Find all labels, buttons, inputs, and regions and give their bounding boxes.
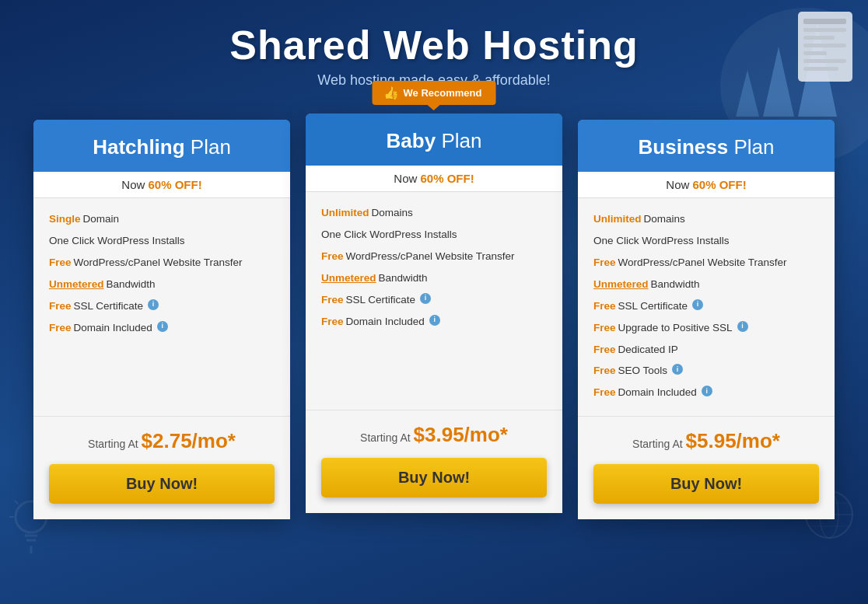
feature-item: Single Domain <box>49 212 275 227</box>
feature-text: Domain Included <box>346 315 425 330</box>
feature-highlight: Free <box>49 299 72 314</box>
discount-bar-baby: Now 60% OFF! <box>306 166 562 192</box>
info-icon[interactable]: i <box>157 321 168 332</box>
feature-item: Unlimited Domains <box>321 206 547 221</box>
info-icon[interactable]: i <box>672 364 683 375</box>
feature-item: Free Dedicated IP <box>593 343 819 358</box>
plan-footer-business: Starting At $5.95/mo* Buy Now! <box>578 416 835 519</box>
plan-name-bold: Hatchling <box>93 135 184 159</box>
page-title: Shared Web Hosting <box>31 23 837 68</box>
feature-highlight: Unmetered <box>321 271 376 286</box>
feature-item: Unmetered Bandwidth <box>49 278 275 292</box>
feature-text: One Click WordPress Installs <box>593 234 730 249</box>
info-icon[interactable]: i <box>420 293 431 304</box>
feature-item: Free WordPress/cPanel Website Transfer <box>321 250 547 264</box>
buy-button-baby[interactable]: Buy Now! <box>321 458 547 498</box>
feature-highlight: Free <box>593 386 616 400</box>
plan-footer-baby: Starting At $3.95/mo* Buy Now! <box>306 410 562 513</box>
feature-text: SSL Certificate <box>618 299 688 314</box>
plan-name-baby: Baby Plan <box>317 129 551 153</box>
feature-text: Domain <box>83 212 120 227</box>
feature-text: Domains <box>644 212 685 227</box>
starting-at-business: Starting At $5.95/mo* <box>593 429 819 453</box>
feature-highlight: Free <box>49 256 72 271</box>
feature-item: Free Domain Includedi <box>49 321 275 336</box>
plans-container: Hatchling Plan Now 60% OFF! Single Domai… <box>31 112 837 519</box>
feature-item: Free SSL Certificatei <box>321 293 547 308</box>
info-icon[interactable]: i <box>692 299 703 310</box>
feature-item: Unmetered Bandwidth <box>593 278 819 292</box>
feature-item: Free SSL Certificatei <box>49 299 275 314</box>
feature-item: Free Domain Includedi <box>593 386 819 400</box>
feature-item: One Click WordPress Installs <box>49 234 275 249</box>
info-icon[interactable]: i <box>702 386 712 396</box>
feature-highlight: Single <box>49 212 81 227</box>
feature-highlight: Free <box>593 299 616 314</box>
feature-item: One Click WordPress Installs <box>321 228 547 243</box>
feature-item: Unlimited Domains <box>593 212 819 227</box>
info-icon[interactable]: i <box>429 315 440 326</box>
plan-card-business: Business Plan Now 60% OFF! Unlimited Dom… <box>578 120 835 519</box>
feature-text: WordPress/cPanel Website Transfer <box>618 256 787 271</box>
plan-header-baby: Baby Plan <box>306 113 562 166</box>
plan-name-bold: Business <box>639 135 729 159</box>
info-icon[interactable]: i <box>737 321 748 332</box>
buy-button-hatchling[interactable]: Buy Now! <box>49 464 275 504</box>
feature-text: SEO Tools <box>618 364 668 379</box>
discount-highlight: 60% OFF! <box>693 178 747 191</box>
plan-features-business: Unlimited DomainsOne Click WordPress Ins… <box>578 198 835 416</box>
feature-highlight: Free <box>321 293 344 308</box>
feature-highlight: Unlimited <box>321 206 369 221</box>
price-hatchling: $2.75/mo* <box>142 429 236 452</box>
feature-item: Free SEO Toolsi <box>593 364 819 379</box>
page-header: Shared Web Hosting Web hosting made easy… <box>31 23 837 89</box>
buy-button-business[interactable]: Buy Now! <box>593 464 819 504</box>
feature-highlight: Free <box>321 315 344 330</box>
feature-text: Domain Included <box>618 386 697 400</box>
plan-header-business: Business Plan <box>578 120 835 172</box>
feature-highlight: Unmetered <box>593 278 649 292</box>
feature-item: Free SSL Certificatei <box>593 299 819 314</box>
feature-text: Domains <box>372 206 413 221</box>
starting-at-baby: Starting At $3.95/mo* <box>321 423 547 447</box>
feature-text: Bandwidth <box>379 271 428 286</box>
plan-card-baby: We Recommend Baby Plan Now 60% OFF! Unli… <box>306 113 562 513</box>
plan-name-business: Business Plan <box>590 135 823 159</box>
feature-text: Bandwidth <box>107 278 156 292</box>
feature-item: Free WordPress/cPanel Website Transfer <box>593 256 819 271</box>
feature-text: One Click WordPress Installs <box>321 228 457 243</box>
feature-text: Domain Included <box>74 321 152 336</box>
feature-text: Upgrade to Positive SSL <box>618 321 733 336</box>
feature-highlight: Free <box>49 321 72 336</box>
feature-text: Bandwidth <box>651 278 700 292</box>
plan-header-hatchling: Hatchling Plan <box>33 120 290 172</box>
feature-highlight: Unlimited <box>593 212 642 227</box>
feature-item: Unmetered Bandwidth <box>321 271 547 286</box>
feature-item: One Click WordPress Installs <box>593 234 819 249</box>
info-icon[interactable]: i <box>148 299 159 310</box>
feature-highlight: Free <box>593 321 616 336</box>
feature-highlight: Free <box>321 250 344 264</box>
starting-at-hatchling: Starting At $2.75/mo* <box>49 429 275 453</box>
recommend-badge: We Recommend <box>373 81 496 105</box>
feature-highlight: Free <box>593 364 616 379</box>
feature-item: Free Domain Includedi <box>321 315 547 330</box>
feature-text: Dedicated IP <box>618 343 678 358</box>
plan-features-baby: Unlimited DomainsOne Click WordPress Ins… <box>306 192 562 410</box>
discount-highlight: 60% OFF! <box>149 178 202 191</box>
plan-card-hatchling: Hatchling Plan Now 60% OFF! Single Domai… <box>33 120 290 519</box>
price-baby: $3.95/mo* <box>414 423 508 446</box>
feature-text: One Click WordPress Installs <box>49 234 185 249</box>
feature-item: Free WordPress/cPanel Website Transfer <box>49 256 275 271</box>
feature-text: WordPress/cPanel Website Transfer <box>74 256 243 271</box>
discount-bar-business: Now 60% OFF! <box>578 172 835 198</box>
feature-text: SSL Certificate <box>74 299 144 314</box>
feature-text: SSL Certificate <box>346 293 416 308</box>
plan-features-hatchling: Single DomainOne Click WordPress Install… <box>33 198 290 416</box>
plan-name-bold: Baby <box>387 129 436 152</box>
price-business: $5.95/mo* <box>686 429 780 452</box>
feature-highlight: Unmetered <box>49 278 104 292</box>
plan-name-hatchling: Hatchling Plan <box>45 135 278 159</box>
feature-highlight: Free <box>593 343 616 358</box>
feature-text: WordPress/cPanel Website Transfer <box>346 250 515 264</box>
